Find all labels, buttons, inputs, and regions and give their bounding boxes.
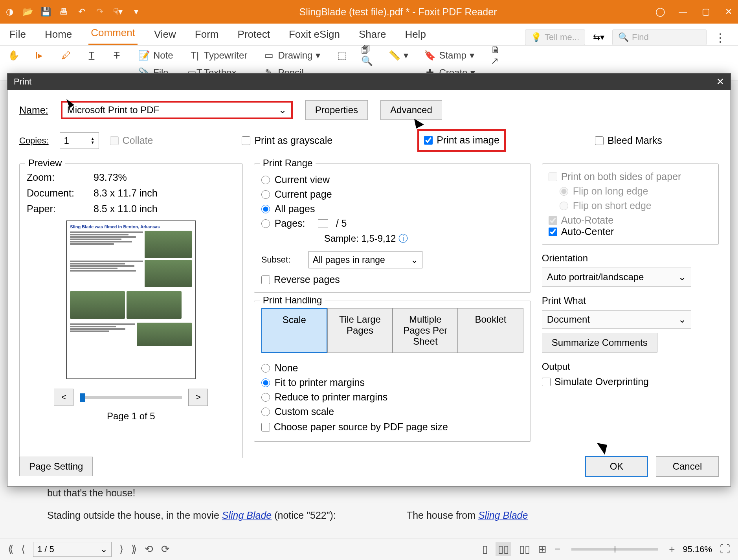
radio-pages-input[interactable] [261, 219, 270, 228]
measure-tool[interactable]: 📏▾ [386, 48, 411, 63]
close-icon[interactable]: ✕ [716, 76, 724, 87]
preview-next-button[interactable]: > [188, 389, 208, 406]
tab-file[interactable]: File [7, 24, 28, 45]
radio-none-input[interactable] [261, 364, 270, 373]
zoom-slider[interactable] [571, 548, 658, 551]
doc-link-2[interactable]: Sling Blade [478, 510, 528, 521]
ribbon-more-icon[interactable]: ⋮ [714, 31, 726, 44]
hand-tool[interactable]: ✋ [5, 48, 23, 63]
spin-up-icon[interactable]: ▲ [91, 137, 95, 141]
radio-pages[interactable]: Pages: / 5 [261, 218, 523, 229]
simulate-overprinting-checkbox[interactable]: Simulate Overprinting [542, 376, 719, 387]
pages-range-input[interactable] [318, 219, 328, 228]
tab-home[interactable]: Home [42, 24, 74, 45]
radio-current-view[interactable]: Current view [261, 174, 523, 185]
maximize-icon[interactable]: ▢ [700, 6, 711, 17]
tab-protect[interactable]: Protect [235, 24, 272, 45]
properties-button[interactable]: Properties [305, 100, 368, 120]
page-number-combo[interactable]: 1 / 5 ⌄ [33, 542, 112, 557]
zoom-in-icon[interactable]: + [669, 543, 675, 555]
view-cont-facing-icon[interactable]: ⊞ [538, 543, 547, 555]
radio-custom-input[interactable] [261, 408, 270, 416]
tab-help[interactable]: Help [402, 24, 428, 45]
radio-reduce-input[interactable] [261, 393, 270, 402]
subset-select[interactable]: All pages in range ⌄ [308, 251, 422, 268]
select-tool[interactable]: I▸ [30, 48, 48, 63]
close-window-icon[interactable]: ✕ [723, 6, 734, 17]
orientation-select[interactable]: Auto portrait/landscape ⌄ [542, 268, 691, 286]
radio-current-view-input[interactable] [261, 176, 270, 184]
reverse-pages-input[interactable] [261, 275, 270, 284]
stamp-tool[interactable]: 🔖Stamp ▾ [421, 48, 478, 63]
grayscale-checkbox[interactable]: Print as grayscale [242, 135, 332, 146]
rotate-cw-icon[interactable]: ⟳ [161, 543, 170, 555]
radio-fit-input[interactable] [261, 378, 270, 387]
tab-share[interactable]: Share [356, 24, 388, 45]
preview-slider[interactable] [80, 396, 182, 399]
spin-down-icon[interactable]: ▼ [91, 141, 95, 145]
summarize-comments-button[interactable]: Summarize Comments [542, 333, 657, 353]
tab-view[interactable]: View [152, 24, 178, 45]
redo-icon[interactable]: ↷ [94, 6, 105, 17]
tell-me-search[interactable]: 💡 Tell me... [525, 29, 585, 45]
choose-paper-source-checkbox[interactable]: Choose paper source by PDF page size [261, 421, 523, 433]
tab-form[interactable]: Form [193, 24, 221, 45]
minimize-icon[interactable]: ― [677, 6, 688, 17]
view-continuous-icon[interactable]: ▯▯ [496, 542, 511, 556]
qat-dropdown-icon[interactable]: ▾ [130, 6, 141, 17]
bleed-marks-checkbox[interactable]: Bleed Marks [595, 135, 662, 146]
tab-tile[interactable]: Tile Large Pages [327, 308, 393, 353]
info-icon[interactable]: ⓘ [398, 233, 408, 244]
choose-paper-input[interactable] [261, 423, 270, 431]
radio-all-pages[interactable]: All pages [261, 203, 523, 215]
find-input[interactable]: 🔍 Find [612, 29, 707, 45]
first-page-icon[interactable]: ⟪ [8, 543, 13, 555]
tab-scale[interactable]: Scale [261, 308, 327, 353]
page-setting-button[interactable]: Page Setting [19, 457, 93, 476]
next-page-icon[interactable]: ⟩ [119, 543, 123, 555]
grayscale-input[interactable] [242, 136, 250, 145]
cancel-button[interactable]: Cancel [656, 456, 719, 477]
view-single-icon[interactable]: ▯ [482, 543, 488, 555]
printer-select[interactable]: Microsoft Print to PDF ⌄ [61, 101, 293, 119]
hand-icon[interactable]: ☟▾ [112, 6, 123, 17]
radio-none[interactable]: None [261, 362, 523, 374]
radio-reduce[interactable]: Reduce to printer margins [261, 391, 523, 403]
radio-current-page-input[interactable] [261, 190, 270, 199]
print-as-image-checkbox[interactable]: Print as image [417, 129, 506, 152]
highlight-tool[interactable]: 🖊 [57, 48, 75, 63]
rotate-ccw-icon[interactable]: ⟲ [145, 543, 153, 555]
auto-center-checkbox[interactable]: Auto-Center [549, 226, 712, 237]
tab-booklet[interactable]: Booklet [458, 308, 523, 353]
search-highlight-tool[interactable]: 🗐🔍 [358, 48, 376, 63]
strikeout-tool[interactable]: T [108, 48, 126, 63]
tab-multiple[interactable]: Multiple Pages Per Sheet [393, 308, 458, 353]
preview-prev-button[interactable]: < [54, 389, 73, 406]
zoom-out-icon[interactable]: − [554, 543, 560, 555]
doc-link-1[interactable]: Sling Blade [222, 510, 272, 521]
print-what-select[interactable]: Document ⌄ [542, 310, 691, 329]
radio-fit[interactable]: Fit to printer margins [261, 377, 523, 388]
simulate-input[interactable] [542, 378, 551, 386]
view-facing-icon[interactable]: ▯▯ [519, 543, 530, 555]
tab-comment[interactable]: Comment [88, 22, 138, 45]
slider-handle[interactable] [80, 393, 85, 402]
copies-input[interactable]: 1 ▲▼ [60, 132, 99, 149]
tab-foxit-esign[interactable]: Foxit eSign [286, 24, 342, 45]
save-icon[interactable]: 💾 [40, 6, 51, 17]
typewriter-tool[interactable]: T|Typewriter [186, 48, 251, 63]
open-icon[interactable]: 📂 [22, 6, 33, 17]
ab-dropdown-icon[interactable]: ⇆▾ [593, 32, 604, 42]
last-page-icon[interactable]: ⟫ [131, 543, 137, 555]
ok-button[interactable]: OK [585, 456, 648, 477]
area-tool[interactable]: ⬚ [333, 48, 351, 63]
reverse-pages-checkbox[interactable]: Reverse pages [261, 274, 523, 285]
drawing-tool[interactable]: ▭Drawing ▾ [260, 48, 323, 63]
export-tool[interactable]: 🗎↗ [488, 48, 506, 63]
prev-page-icon[interactable]: ⟨ [21, 543, 25, 555]
print-as-image-input[interactable] [424, 136, 433, 145]
radio-all-pages-input[interactable] [261, 205, 270, 213]
undo-icon[interactable]: ↶ [76, 6, 87, 17]
radio-current-page[interactable]: Current page [261, 189, 523, 200]
advanced-button[interactable]: Advanced [380, 100, 442, 120]
